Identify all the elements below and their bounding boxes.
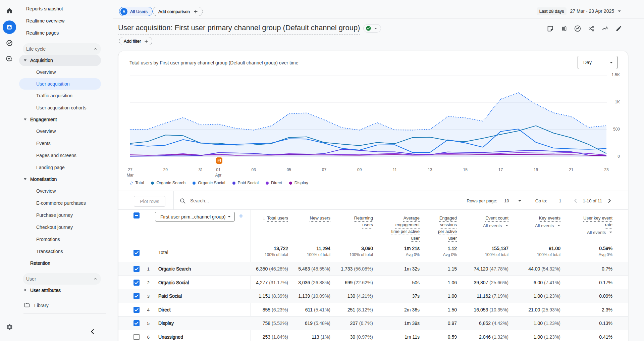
sidebar-section-user[interactable]: User bbox=[23, 273, 101, 285]
column-header-event-count[interactable]: Event countAll events bbox=[457, 215, 508, 242]
column-header-total-users[interactable]: ↓Total users bbox=[251, 215, 288, 242]
column-header-average-engagement-time-per-active-user[interactable]: Average engagement time per active user bbox=[373, 215, 420, 242]
table-row-paid-social[interactable]: 3Paid Social1,151 (8.39%)1,139 (10.09%)1… bbox=[118, 289, 628, 303]
legend-item-paid-social[interactable]: Paid Social bbox=[232, 181, 259, 185]
sidebar-item-landing-page[interactable]: Landing page bbox=[19, 161, 101, 174]
sidebar-item-label: User acquisition bbox=[36, 81, 70, 87]
sidebar-section-life-cycle[interactable]: Life cycle bbox=[23, 43, 101, 55]
date-range-selector[interactable]: Last 28 days 27 Mar - 23 Apr 2025 bbox=[537, 7, 621, 15]
explore-icon[interactable] bbox=[3, 36, 16, 50]
column-header-new-users[interactable]: New users bbox=[288, 215, 330, 242]
add-filter-button[interactable]: Add filter bbox=[119, 37, 152, 45]
sidebar-item-retention[interactable]: Retention bbox=[19, 257, 101, 269]
triangle-right-icon bbox=[24, 289, 26, 291]
report-status-pill[interactable] bbox=[363, 24, 381, 33]
plot-rows-button[interactable]: Plot rows bbox=[134, 196, 165, 207]
legend-item-display[interactable]: Display bbox=[289, 181, 308, 185]
audience-chip-all-users[interactable]: A All Users bbox=[119, 7, 153, 16]
metric-cell: 74,120 (47.78%) bbox=[457, 266, 508, 272]
edit-pencil-icon[interactable] bbox=[615, 25, 623, 33]
legend-item-organic-social[interactable]: Organic Social bbox=[193, 181, 225, 185]
benchmark-icon[interactable] bbox=[574, 25, 582, 33]
legend-item-total[interactable]: Total bbox=[130, 181, 144, 185]
sidebar-item-purchase-journey[interactable]: Purchase journey bbox=[19, 209, 101, 221]
select-all-checkbox[interactable] bbox=[133, 212, 140, 218]
insights-icon[interactable] bbox=[601, 25, 609, 33]
metric-cell: 0.41% bbox=[560, 334, 612, 340]
column-events-filter[interactable]: All events bbox=[560, 229, 612, 236]
table-row-organic-social[interactable]: 2Organic Social4,277 (31.17%)3,036 (26.8… bbox=[118, 276, 628, 289]
page-title[interactable]: User acquisition: First user primary cha… bbox=[118, 23, 360, 35]
sidebar-item-label: Overview bbox=[36, 69, 56, 75]
sidebar-item-checkout-journey[interactable]: Checkout journey bbox=[19, 221, 101, 233]
sidebar-item-realtime-overview[interactable]: Realtime overview bbox=[19, 15, 113, 27]
audience-chip-label: All Users bbox=[130, 9, 148, 14]
add-dimension-button[interactable] bbox=[238, 213, 244, 220]
metric-cell: 39,807 (25.66%) bbox=[457, 280, 508, 285]
caret-down-icon[interactable] bbox=[518, 199, 522, 203]
home-icon[interactable] bbox=[3, 4, 16, 17]
sidebar-item-monetisation[interactable]: Monetisation bbox=[19, 174, 101, 185]
column-header-user-key-event-rate[interactable]: User key event rateAll events bbox=[560, 215, 612, 242]
metric-cell: 0.59 bbox=[420, 334, 457, 340]
row-cells: 4,277 (31.17%)3,036 (26.88%)699 (22.62%)… bbox=[251, 280, 612, 285]
table-row-unassigned[interactable]: 6Unassigned253 (1.84%)113 (1%)30 (0.97%)… bbox=[118, 330, 628, 341]
sidebar-item-engagement[interactable]: Engagement bbox=[19, 114, 101, 125]
sidebar-collapse-chevron-icon[interactable] bbox=[89, 328, 97, 336]
metric-cell: 758 (5.52%) bbox=[251, 321, 288, 326]
annotation-chart-icon[interactable] bbox=[216, 157, 222, 164]
sidebar-item-events[interactable]: Events bbox=[19, 137, 101, 149]
ab-compare-icon[interactable] bbox=[560, 25, 568, 33]
sidebar-item-realtime-pages[interactable]: Realtime pages bbox=[19, 27, 113, 39]
column-header-returning-users[interactable]: Returning users bbox=[330, 215, 373, 242]
column-header-engaged-sessions-per-active-user[interactable]: Engaged sessions per active user bbox=[420, 215, 457, 242]
metric-cell: 251 (8.12%) bbox=[330, 307, 373, 312]
table-row-display[interactable]: 5Display758 (5.52%)619 (5.48%)207 (6.7%)… bbox=[118, 316, 628, 330]
table-row-direct[interactable]: 4Direct855 (6.23%)611 (5.41%)251 (8.12%)… bbox=[118, 303, 628, 316]
dimension-select[interactable]: First user prim...channel group) bbox=[155, 212, 235, 222]
sidebar-item-label: Monetisation bbox=[30, 177, 57, 182]
sidebar-item-overview[interactable]: Overview bbox=[19, 185, 101, 197]
total-row-checkbox[interactable] bbox=[133, 250, 140, 256]
sidebar-item-label: Traffic acquisition bbox=[36, 93, 72, 98]
goto-value[interactable]: 1 bbox=[559, 198, 561, 203]
sidebar-item-user-acquisition-cohorts[interactable]: User acquisition cohorts bbox=[19, 102, 101, 114]
column-events-filter[interactable]: All events bbox=[457, 223, 508, 229]
sidebar-item-user-attributes[interactable]: User attributes bbox=[19, 285, 101, 296]
sidebar-item-pages-and-screens[interactable]: Pages and screens bbox=[19, 149, 101, 161]
sidebar-item-library[interactable]: Library bbox=[19, 299, 113, 311]
legend-label: Total bbox=[135, 181, 144, 185]
table-row-organic-search[interactable]: 1Organic Search6,350 (46.28%)5,483 (48.5… bbox=[118, 262, 628, 276]
column-events-filter[interactable]: All events bbox=[508, 223, 560, 229]
share-icon[interactable] bbox=[587, 25, 595, 33]
add-comparison-button[interactable]: Add comparison bbox=[153, 7, 203, 16]
sidebar-item-user-acquisition[interactable]: User acquisition bbox=[19, 78, 101, 90]
rows-per-page-value[interactable]: 10 bbox=[504, 198, 509, 203]
column-header-key-events[interactable]: Key eventsAll events bbox=[508, 215, 560, 242]
chevron-left-icon[interactable] bbox=[572, 197, 579, 204]
settings-gear-icon[interactable] bbox=[3, 320, 16, 334]
legend-item-organic-search[interactable]: Organic Search bbox=[151, 181, 185, 185]
table-rows: 1Organic Search6,350 (46.28%)5,483 (48.5… bbox=[118, 262, 628, 341]
sidebar-item-reports-snapshot[interactable]: Reports snapshot bbox=[19, 3, 113, 15]
sidebar-item-acquisition[interactable]: Acquisition bbox=[19, 55, 101, 66]
note-icon[interactable] bbox=[546, 25, 554, 33]
table-total-row: Total 13,722100% of total11,294100% of t… bbox=[118, 241, 628, 262]
sidebar-item-overview[interactable]: Overview bbox=[19, 66, 101, 78]
search-icon bbox=[179, 198, 186, 204]
metric-cell: 0.13% bbox=[560, 321, 612, 326]
sidebar-item-traffic-acquisition[interactable]: Traffic acquisition bbox=[19, 90, 101, 102]
metric-cell: 619 (5.48%) bbox=[288, 321, 330, 326]
sidebar-item-overview[interactable]: Overview bbox=[19, 125, 101, 137]
chevron-right-icon[interactable] bbox=[606, 197, 613, 204]
sidebar-item-e-commerce-purchases[interactable]: E-commerce purchases bbox=[19, 197, 101, 209]
reports-icon[interactable] bbox=[3, 20, 16, 34]
sidebar-item-transactions[interactable]: Transactions bbox=[19, 245, 101, 257]
table-search-input[interactable]: Search... bbox=[179, 195, 209, 206]
x-axis-tick-label: 03 bbox=[246, 167, 261, 173]
advertising-icon[interactable] bbox=[3, 52, 16, 66]
legend-dotted-circle-icon bbox=[130, 182, 133, 185]
timeseries-chart[interactable] bbox=[118, 65, 628, 180]
legend-item-direct[interactable]: Direct bbox=[266, 181, 282, 185]
sidebar-item-promotions[interactable]: Promotions bbox=[19, 233, 101, 245]
